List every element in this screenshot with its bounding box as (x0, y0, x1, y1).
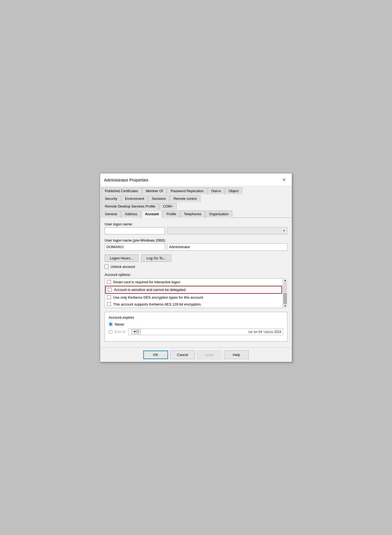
option-smart-card-checkbox[interactable] (107, 280, 111, 284)
tab-telephones[interactable]: Telephones (180, 211, 205, 218)
tab-published-certificates[interactable]: Published Certificates (101, 187, 142, 194)
date-picker-button[interactable]: ☐▼ (131, 329, 141, 334)
date-value: 2024 נובמבר 04 יום שני (141, 330, 281, 334)
never-radio[interactable] (109, 322, 113, 326)
user-logon-input-row: ▼ (105, 227, 287, 234)
option-sensitive-account: Account is sensitive and cannot be deleg… (105, 286, 282, 294)
account-expires-title: Account expires (109, 315, 283, 320)
option-sensitive-label: Account is sensitive and cannot be deleg… (114, 288, 186, 292)
unlock-account-label: Unlock account (111, 265, 135, 269)
account-options-label: Account options: (105, 273, 287, 277)
ok-button[interactable]: OK (143, 351, 168, 359)
tab-general[interactable]: General (101, 211, 121, 218)
pre-win-input-row (105, 243, 287, 251)
dialog-footer: OK Cancel Apply Help (100, 348, 292, 362)
scroll-track (284, 282, 287, 304)
scroll-down-icon[interactable]: ▼ (283, 304, 287, 308)
tab-object[interactable]: Object (225, 187, 242, 194)
tab-member-of[interactable]: Member Of (142, 187, 167, 194)
end-of-label: End of: (115, 330, 126, 334)
tab-profile[interactable]: Profile (163, 211, 180, 218)
tab-row-1: Published Certificates Member Of Passwor… (100, 186, 292, 194)
tab-content: User logon name: ▼ User logon name (pre-… (100, 218, 292, 348)
close-button[interactable]: × (280, 176, 288, 184)
tab-remote-desktop-services-profile[interactable]: Remote Desktop Services Profile (101, 203, 159, 210)
never-radio-row: Never (109, 322, 283, 326)
unlock-account-row: Unlock account (105, 265, 287, 269)
tab-dial-in[interactable]: Dial-in (208, 187, 225, 194)
logon-buttons-row: Logon Hours... Log On To... (105, 254, 287, 262)
scroll-thumb (284, 293, 287, 304)
tab-sessions[interactable]: Sessions (148, 195, 169, 202)
option-kerberos-des: Use only Kerberos DES encryption types f… (105, 294, 282, 301)
end-of-radio[interactable] (109, 330, 113, 334)
logon-hours-button[interactable]: Logon Hours... (105, 254, 138, 262)
option-kerberos-aes-label: This account supports Kerberos AES 128 b… (113, 302, 201, 306)
pre-win-name-input[interactable] (167, 243, 287, 251)
log-on-to-button[interactable]: Log On To... (141, 254, 171, 262)
tab-password-replication[interactable]: Password Replication (167, 187, 207, 194)
pre-win-label: User logon name (pre-Windows 2000): (105, 238, 287, 242)
option-kerberos-aes-checkbox[interactable] (107, 302, 111, 306)
pre-win-domain-input[interactable] (105, 243, 165, 251)
administrator-properties-dialog: Administrator Properties × Published Cer… (100, 173, 292, 362)
options-scrollbar[interactable]: ▲ ▼ (283, 278, 287, 308)
tab-row-4: General Address Account Profile Telephon… (100, 209, 292, 217)
account-options-list: Smart card is required for interactive l… (105, 278, 287, 308)
end-of-radio-row: End of: 2024 נובמבר 04 יום שני ☐▼ (109, 329, 283, 335)
pre-win-group: User logon name (pre-Windows 2000): (105, 238, 287, 251)
account-options-wrapper: Smart card is required for interactive l… (105, 278, 287, 308)
apply-button[interactable]: Apply (197, 351, 222, 359)
tab-address[interactable]: Address (121, 211, 141, 218)
tab-row-3: Remote Desktop Services Profile COM+ (100, 202, 292, 209)
tab-com-plus[interactable]: COM+ (159, 203, 176, 210)
account-expires-section: Account expires Never End of: 2024 נובמב… (105, 312, 287, 341)
option-kerberos-des-label: Use only Kerberos DES encryption types f… (113, 295, 203, 299)
option-smart-card: Smart card is required for interactive l… (105, 279, 282, 285)
tab-account[interactable]: Account (141, 211, 162, 218)
user-logon-input[interactable] (105, 227, 165, 234)
account-options-section: Account options: Smart card is required … (105, 273, 287, 308)
tab-environment[interactable]: Environment (121, 195, 148, 202)
tab-organization[interactable]: Organization (206, 211, 232, 218)
title-bar: Administrator Properties × (100, 173, 292, 186)
user-logon-label: User logon name: (105, 222, 287, 226)
chevron-down-icon: ▼ (283, 229, 285, 232)
user-logon-domain-dropdown[interactable]: ▼ (167, 227, 287, 234)
option-smart-card-label: Smart card is required for interactive l… (113, 280, 180, 284)
help-button[interactable]: Help (224, 351, 249, 359)
tabs-container: Published Certificates Member Of Passwor… (100, 186, 292, 218)
tab-security[interactable]: Security (101, 195, 121, 202)
option-sensitive-checkbox[interactable] (108, 288, 112, 292)
never-label: Never (115, 322, 124, 326)
tab-remote-control[interactable]: Remote control (170, 195, 200, 202)
option-kerberos-aes: This account supports Kerberos AES 128 b… (105, 301, 282, 308)
user-logon-group: User logon name: ▼ (105, 222, 287, 234)
option-kerberos-des-checkbox[interactable] (107, 295, 111, 299)
cancel-button[interactable]: Cancel (170, 351, 195, 359)
unlock-account-checkbox[interactable] (105, 265, 108, 268)
dialog-title: Administrator Properties (104, 178, 148, 182)
scroll-up-icon[interactable]: ▲ (283, 278, 287, 282)
date-picker-input[interactable]: 2024 נובמבר 04 יום שני ☐▼ (128, 329, 283, 335)
tab-row-2: Security Environment Sessions Remote con… (100, 194, 292, 202)
